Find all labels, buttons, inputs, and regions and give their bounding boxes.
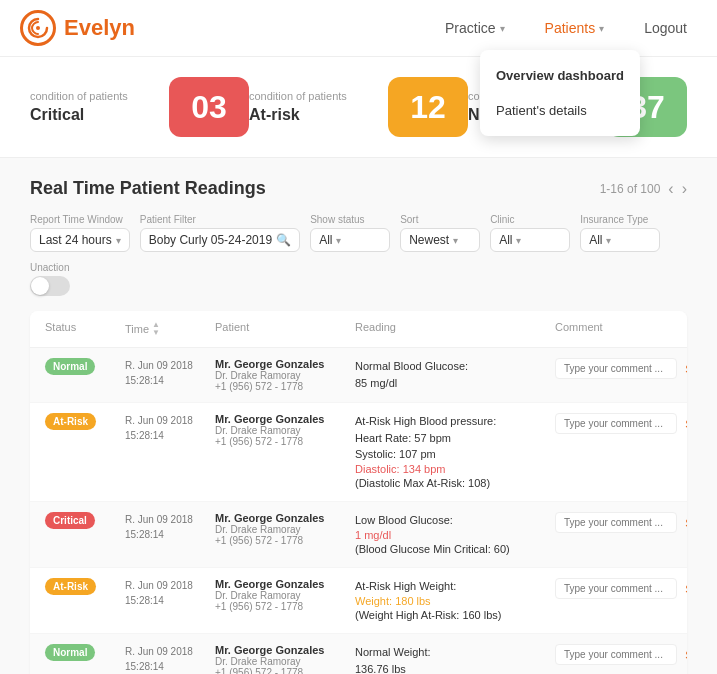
filter-sort: Sort Newest ▾: [400, 214, 480, 252]
stat-atrisk-label: condition of patients: [249, 90, 388, 102]
section-title: Real Time Patient Readings: [30, 178, 266, 199]
unaction-toggle[interactable]: [30, 276, 70, 296]
status-badge: At-Risk: [45, 578, 96, 595]
col-header-patient: Patient: [215, 321, 355, 337]
patient-cell: Mr. George Gonzales Dr. Drake Ramoray +1…: [215, 644, 355, 674]
sort-select[interactable]: Newest ▾: [400, 228, 480, 252]
table-row: At-Risk R. Jun 09 201815:28:14 Mr. Georg…: [30, 403, 687, 502]
status-badge: At-Risk: [45, 413, 96, 430]
stat-atrisk-number: 12: [388, 77, 468, 137]
time-cell: R. Jun 09 201815:28:14: [125, 358, 215, 388]
time-cell: R. Jun 09 201815:28:14: [125, 578, 215, 608]
chevron-down-icon: ▾: [516, 235, 521, 246]
time-cell: R. Jun 09 201815:28:14: [125, 644, 215, 674]
comment-cell: Send: [555, 578, 687, 599]
logo-icon: [20, 10, 56, 46]
status-badge: Critical: [45, 512, 95, 529]
patient-table: Status Time ▲▼ Patient Reading Comment R…: [30, 311, 687, 674]
comment-input[interactable]: [555, 644, 677, 665]
nav-logout[interactable]: Logout: [634, 15, 697, 41]
sort-value: Newest: [409, 233, 449, 247]
send-button[interactable]: Send: [681, 416, 687, 432]
search-icon: 🔍: [276, 233, 291, 247]
chevron-down-icon: ▾: [500, 23, 505, 34]
patient-cell: Mr. George Gonzales Dr. Drake Ramoray +1…: [215, 578, 355, 612]
chevron-down-icon: ▾: [116, 235, 121, 246]
dropdown-patient-details[interactable]: Patient's details: [480, 93, 640, 128]
toggle-knob: [31, 277, 49, 295]
send-button[interactable]: Send: [681, 647, 687, 663]
patient-filter-value: Boby Curly 05-24-2019: [149, 233, 272, 247]
reading-cell: Normal Weight: 136.76 lbs: [355, 644, 555, 674]
chevron-down-icon: ▾: [606, 235, 611, 246]
col-header-reading: Reading: [355, 321, 555, 337]
report-time-select[interactable]: Last 24 hours ▾: [30, 228, 130, 252]
reading-cell: At-Risk High Blood pressure: Heart Rate:…: [355, 413, 555, 491]
status-cell: Normal: [45, 644, 125, 661]
time-sort-icon[interactable]: ▲▼: [152, 321, 160, 337]
send-button[interactable]: Send: [681, 515, 687, 531]
report-time-value: Last 24 hours: [39, 233, 112, 247]
clinic-select[interactable]: All ▾: [490, 228, 570, 252]
patient-cell: Mr. George Gonzales Dr. Drake Ramoray +1…: [215, 413, 355, 447]
filter-report-time-label: Report Time Window: [30, 214, 130, 225]
filter-clinic-label: Clinic: [490, 214, 570, 225]
nav: Practice ▾ Patients ▾ Logout: [435, 15, 697, 41]
show-status-select[interactable]: All ▾: [310, 228, 390, 252]
filter-patient-label: Patient Filter: [140, 214, 300, 225]
table-row: Normal R. Jun 09 201815:28:14 Mr. George…: [30, 348, 687, 403]
filter-insurance: Insurance Type All ▾: [580, 214, 660, 252]
status-cell: Critical: [45, 512, 125, 529]
chevron-down-icon: ▾: [336, 235, 341, 246]
pagination-text: 1-16 of 100: [600, 182, 661, 196]
comment-input[interactable]: [555, 512, 677, 533]
status-cell: At-Risk: [45, 578, 125, 595]
comment-cell: Send: [555, 358, 687, 379]
chevron-down-icon: ▾: [599, 23, 604, 34]
svg-point-0: [36, 26, 40, 30]
send-button[interactable]: Send: [681, 581, 687, 597]
stat-critical-label: condition of patients: [30, 90, 169, 102]
prev-page-arrow[interactable]: ‹: [668, 180, 673, 198]
filters-bar: Report Time Window Last 24 hours ▾ Patie…: [30, 214, 687, 296]
stat-atrisk-title: At-risk: [249, 106, 388, 124]
table-row: Normal R. Jun 09 201815:28:14 Mr. George…: [30, 634, 687, 674]
status-badge: Normal: [45, 644, 95, 661]
filter-patient: Patient Filter Boby Curly 05-24-2019 🔍: [140, 214, 300, 252]
col-header-time: Time ▲▼: [125, 321, 215, 337]
show-status-value: All: [319, 233, 332, 247]
dropdown-overview[interactable]: Overview dashboard: [480, 58, 640, 93]
filter-unaction-label: Unaction: [30, 262, 70, 273]
status-cell: Normal: [45, 358, 125, 375]
comment-input[interactable]: [555, 413, 677, 434]
patient-filter-input[interactable]: Boby Curly 05-24-2019 🔍: [140, 228, 300, 252]
stat-card-atrisk: condition of patients At-risk 12: [249, 77, 468, 137]
table-row: Critical R. Jun 09 201815:28:14 Mr. Geor…: [30, 502, 687, 568]
nav-patients[interactable]: Patients ▾: [535, 15, 615, 41]
comment-input[interactable]: [555, 578, 677, 599]
status-badge: Normal: [45, 358, 95, 375]
comment-input[interactable]: [555, 358, 677, 379]
filter-unaction: Unaction: [30, 262, 70, 296]
comment-cell: Send: [555, 413, 687, 434]
send-button[interactable]: Send: [681, 361, 687, 377]
patient-cell: Mr. George Gonzales Dr. Drake Ramoray +1…: [215, 358, 355, 392]
reading-cell: Low Blood Glucose: 1 mg/dl (Blood Glucos…: [355, 512, 555, 557]
filter-sort-label: Sort: [400, 214, 480, 225]
insurance-select[interactable]: All ▾: [580, 228, 660, 252]
logo-text: Evelyn: [64, 15, 135, 41]
status-cell: At-Risk: [45, 413, 125, 430]
table-row: At-Risk R. Jun 09 201815:28:14 Mr. Georg…: [30, 568, 687, 634]
comment-cell: Send: [555, 512, 687, 533]
reading-cell: At-Risk High Weight: Weight: 180 lbs (We…: [355, 578, 555, 623]
section-header: Real Time Patient Readings 1-16 of 100 ‹…: [30, 178, 687, 199]
chevron-down-icon: ▾: [453, 235, 458, 246]
comment-cell: Send: [555, 644, 687, 665]
insurance-value: All: [589, 233, 602, 247]
header: Evelyn Practice ▾ Patients ▾ Logout Over…: [0, 0, 717, 57]
nav-practice[interactable]: Practice ▾: [435, 15, 515, 41]
filter-report-time: Report Time Window Last 24 hours ▾: [30, 214, 130, 252]
next-page-arrow[interactable]: ›: [682, 180, 687, 198]
time-cell: R. Jun 09 201815:28:14: [125, 413, 215, 443]
patient-cell: Mr. George Gonzales Dr. Drake Ramoray +1…: [215, 512, 355, 546]
